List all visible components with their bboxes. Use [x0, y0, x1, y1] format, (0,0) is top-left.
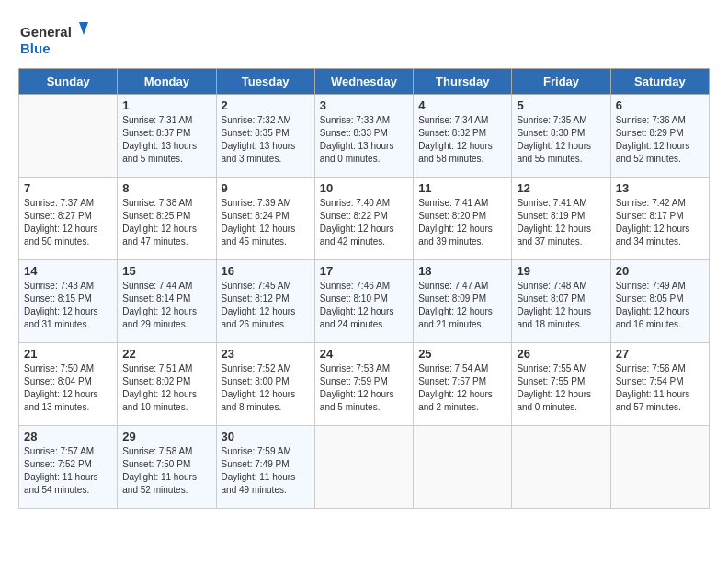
day-info: Sunrise: 7:57 AM Sunset: 7:52 PM Dayligh…	[24, 445, 112, 497]
day-number: 26	[517, 347, 605, 361]
calendar-cell	[19, 95, 118, 178]
day-info: Sunrise: 7:37 AM Sunset: 8:27 PM Dayligh…	[24, 197, 112, 248]
day-number: 7	[24, 181, 112, 195]
calendar-cell: 24Sunrise: 7:53 AM Sunset: 7:59 PM Dayli…	[314, 343, 413, 426]
col-header-tuesday: Tuesday	[216, 69, 314, 95]
day-number: 23	[222, 347, 310, 361]
day-info: Sunrise: 7:53 AM Sunset: 7:59 PM Dayligh…	[320, 362, 408, 414]
day-number: 16	[222, 264, 310, 278]
day-info: Sunrise: 7:35 AM Sunset: 8:30 PM Dayligh…	[517, 114, 605, 166]
calendar-cell: 2Sunrise: 7:32 AM Sunset: 8:35 PM Daylig…	[216, 95, 314, 178]
day-number: 14	[24, 264, 112, 278]
calendar-cell: 17Sunrise: 7:46 AM Sunset: 8:10 PM Dayli…	[314, 260, 413, 343]
page-header: General Blue	[18, 18, 710, 59]
day-info: Sunrise: 7:45 AM Sunset: 8:12 PM Dayligh…	[222, 280, 310, 331]
calendar-cell: 10Sunrise: 7:40 AM Sunset: 8:22 PM Dayli…	[314, 178, 413, 260]
day-number: 28	[24, 430, 112, 443]
day-number: 12	[517, 181, 605, 195]
day-number: 21	[24, 347, 112, 361]
calendar-cell: 22Sunrise: 7:51 AM Sunset: 8:02 PM Dayli…	[118, 343, 216, 426]
calendar-cell: 21Sunrise: 7:50 AM Sunset: 8:04 PM Dayli…	[19, 343, 118, 426]
day-number: 4	[418, 98, 506, 112]
day-number: 6	[616, 98, 704, 112]
calendar-cell: 5Sunrise: 7:35 AM Sunset: 8:30 PM Daylig…	[512, 95, 610, 178]
day-info: Sunrise: 7:36 AM Sunset: 8:29 PM Dayligh…	[616, 114, 704, 166]
calendar-cell: 28Sunrise: 7:57 AM Sunset: 7:52 PM Dayli…	[19, 426, 118, 509]
week-row-1: 7Sunrise: 7:37 AM Sunset: 8:27 PM Daylig…	[19, 178, 710, 260]
col-header-wednesday: Wednesday	[314, 69, 413, 95]
day-number: 9	[222, 181, 310, 195]
day-info: Sunrise: 7:31 AM Sunset: 8:37 PM Dayligh…	[122, 114, 210, 166]
day-number: 13	[616, 181, 704, 195]
calendar-cell: 3Sunrise: 7:33 AM Sunset: 8:33 PM Daylig…	[314, 95, 413, 178]
calendar-cell: 1Sunrise: 7:31 AM Sunset: 8:37 PM Daylig…	[118, 95, 216, 178]
day-info: Sunrise: 7:51 AM Sunset: 8:02 PM Dayligh…	[122, 362, 210, 414]
day-number: 20	[616, 264, 704, 278]
day-number: 19	[517, 264, 605, 278]
day-number: 25	[418, 347, 506, 361]
day-number: 18	[418, 264, 506, 278]
calendar-cell	[512, 426, 610, 509]
col-header-sunday: Sunday	[19, 69, 118, 95]
day-info: Sunrise: 7:55 AM Sunset: 7:55 PM Dayligh…	[517, 362, 605, 414]
calendar-cell: 30Sunrise: 7:59 AM Sunset: 7:49 PM Dayli…	[216, 426, 314, 509]
day-number: 1	[122, 98, 210, 112]
day-number: 30	[222, 430, 310, 443]
week-row-2: 14Sunrise: 7:43 AM Sunset: 8:15 PM Dayli…	[19, 260, 710, 343]
calendar-cell: 23Sunrise: 7:52 AM Sunset: 8:00 PM Dayli…	[216, 343, 314, 426]
day-info: Sunrise: 7:59 AM Sunset: 7:49 PM Dayligh…	[222, 445, 310, 497]
calendar-cell: 26Sunrise: 7:55 AM Sunset: 7:55 PM Dayli…	[512, 343, 610, 426]
header-row: SundayMondayTuesdayWednesdayThursdayFrid…	[19, 69, 710, 95]
day-info: Sunrise: 7:52 AM Sunset: 8:00 PM Dayligh…	[222, 362, 310, 414]
day-number: 24	[320, 347, 408, 361]
svg-marker-2	[79, 22, 88, 35]
day-info: Sunrise: 7:47 AM Sunset: 8:09 PM Dayligh…	[418, 280, 506, 331]
calendar-cell: 27Sunrise: 7:56 AM Sunset: 7:54 PM Dayli…	[610, 343, 709, 426]
calendar-cell	[414, 426, 512, 509]
calendar-cell: 20Sunrise: 7:49 AM Sunset: 8:05 PM Dayli…	[610, 260, 709, 343]
calendar-cell: 11Sunrise: 7:41 AM Sunset: 8:20 PM Dayli…	[414, 178, 512, 260]
week-row-0: 1Sunrise: 7:31 AM Sunset: 8:37 PM Daylig…	[19, 95, 710, 178]
svg-text:Blue: Blue	[20, 40, 51, 56]
day-number: 3	[320, 98, 408, 112]
calendar-cell: 16Sunrise: 7:45 AM Sunset: 8:12 PM Dayli…	[216, 260, 314, 343]
calendar-cell: 14Sunrise: 7:43 AM Sunset: 8:15 PM Dayli…	[19, 260, 118, 343]
col-header-thursday: Thursday	[414, 69, 512, 95]
day-info: Sunrise: 7:50 AM Sunset: 8:04 PM Dayligh…	[24, 362, 112, 414]
day-info: Sunrise: 7:46 AM Sunset: 8:10 PM Dayligh…	[320, 280, 408, 331]
day-info: Sunrise: 7:41 AM Sunset: 8:19 PM Dayligh…	[517, 197, 605, 248]
calendar-cell: 29Sunrise: 7:58 AM Sunset: 7:50 PM Dayli…	[118, 426, 216, 509]
day-number: 27	[616, 347, 704, 361]
calendar-cell: 19Sunrise: 7:48 AM Sunset: 8:07 PM Dayli…	[512, 260, 610, 343]
day-number: 29	[122, 430, 210, 443]
day-info: Sunrise: 7:56 AM Sunset: 7:54 PM Dayligh…	[616, 362, 704, 414]
day-info: Sunrise: 7:48 AM Sunset: 8:07 PM Dayligh…	[517, 280, 605, 331]
calendar-cell	[610, 426, 709, 509]
day-number: 17	[320, 264, 408, 278]
calendar-cell: 18Sunrise: 7:47 AM Sunset: 8:09 PM Dayli…	[414, 260, 512, 343]
logo: General Blue	[18, 18, 92, 59]
day-info: Sunrise: 7:44 AM Sunset: 8:14 PM Dayligh…	[122, 280, 210, 331]
week-row-3: 21Sunrise: 7:50 AM Sunset: 8:04 PM Dayli…	[19, 343, 710, 426]
calendar-cell: 6Sunrise: 7:36 AM Sunset: 8:29 PM Daylig…	[610, 95, 709, 178]
day-info: Sunrise: 7:58 AM Sunset: 7:50 PM Dayligh…	[122, 445, 210, 497]
col-header-saturday: Saturday	[610, 69, 709, 95]
day-info: Sunrise: 7:40 AM Sunset: 8:22 PM Dayligh…	[320, 197, 408, 248]
calendar-cell: 25Sunrise: 7:54 AM Sunset: 7:57 PM Dayli…	[414, 343, 512, 426]
day-number: 10	[320, 181, 408, 195]
logo-svg: General Blue	[18, 18, 92, 59]
day-info: Sunrise: 7:42 AM Sunset: 8:17 PM Dayligh…	[616, 197, 704, 248]
col-header-monday: Monday	[118, 69, 216, 95]
calendar-table: SundayMondayTuesdayWednesdayThursdayFrid…	[18, 68, 710, 509]
day-info: Sunrise: 7:43 AM Sunset: 8:15 PM Dayligh…	[24, 280, 112, 331]
col-header-friday: Friday	[512, 69, 610, 95]
day-number: 11	[418, 181, 506, 195]
day-number: 8	[122, 181, 210, 195]
calendar-cell	[314, 426, 413, 509]
svg-text:General: General	[20, 24, 72, 40]
day-info: Sunrise: 7:49 AM Sunset: 8:05 PM Dayligh…	[616, 280, 704, 331]
day-number: 15	[122, 264, 210, 278]
day-info: Sunrise: 7:41 AM Sunset: 8:20 PM Dayligh…	[418, 197, 506, 248]
calendar-cell: 15Sunrise: 7:44 AM Sunset: 8:14 PM Dayli…	[118, 260, 216, 343]
day-number: 22	[122, 347, 210, 361]
